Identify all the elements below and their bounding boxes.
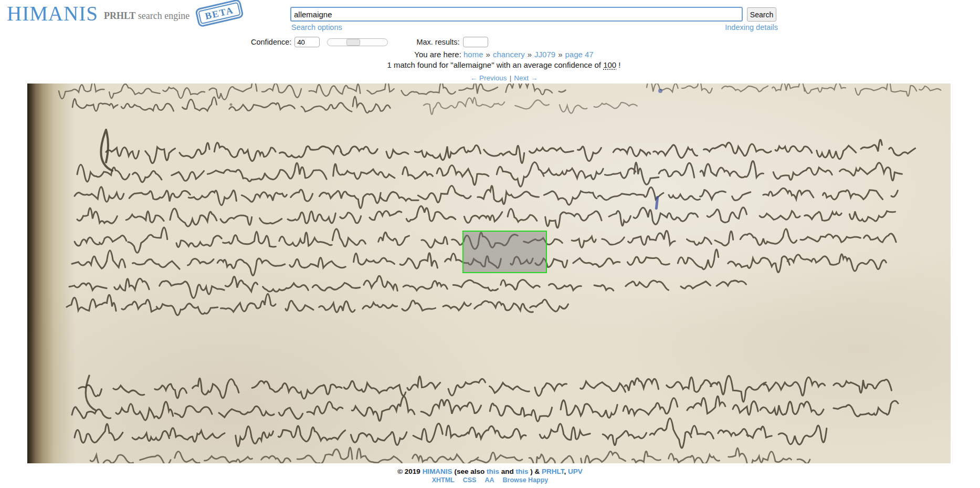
footer-css-link[interactable]: CSS xyxy=(463,476,477,484)
max-results-input[interactable] xyxy=(463,37,488,47)
manuscript-page-image[interactable] xyxy=(27,84,951,463)
breadcrumb-separator: » xyxy=(528,50,532,59)
breadcrumb: You are here: home»chancery»JJ079»page 4… xyxy=(226,50,782,59)
next-match-link[interactable]: Next → xyxy=(514,74,538,82)
previous-match-link[interactable]: ← Previous xyxy=(470,74,507,82)
breadcrumb-separator: » xyxy=(486,50,490,59)
match-confidence-value: 100 xyxy=(603,60,616,69)
footer-and: and xyxy=(501,468,514,475)
search-input[interactable] xyxy=(290,7,743,22)
search-controls: Confidence: Max. results: xyxy=(251,36,488,48)
match-result-before: 1 match found for "allemaigne" with an a… xyxy=(387,60,603,69)
pagination-separator: | xyxy=(510,74,512,82)
footer-comma: , xyxy=(564,468,566,475)
confidence-slider[interactable] xyxy=(327,38,388,46)
indexing-details-link[interactable]: Indexing details xyxy=(719,23,778,32)
footer-this-link-2[interactable]: this xyxy=(516,468,529,475)
match-result-text: 1 match found for "allemaigne" with an a… xyxy=(226,60,782,69)
breadcrumb-separator: » xyxy=(558,50,562,59)
confidence-label: Confidence: xyxy=(251,38,291,46)
match-highlight-box[interactable] xyxy=(462,231,547,273)
app-subtitle-prhlt: PRHLT xyxy=(104,11,135,21)
breadcrumb-home[interactable]: home xyxy=(463,50,483,59)
footer-prhlt-link[interactable]: PRHLT xyxy=(542,468,564,475)
app-subtitle-rest: search engine xyxy=(135,11,189,21)
beta-stamp-badge: BETA xyxy=(195,0,244,27)
footer-copyright: © 2019 HIMANIS (see also this and this )… xyxy=(0,468,980,475)
match-pagination: ← Previous|Next → xyxy=(226,74,782,82)
footer-himanis-link[interactable]: HIMANIS xyxy=(423,468,452,475)
breadcrumb-prefix: You are here: xyxy=(414,50,461,59)
page: HIMANIS PRHLT search engine BETA Search … xyxy=(0,0,980,488)
search-button[interactable]: Search xyxy=(747,7,776,22)
confidence-input[interactable] xyxy=(294,37,320,47)
footer-standards-links: XHTMLCSSAABrowse Happy xyxy=(0,476,980,484)
max-results-label: Max. results: xyxy=(416,38,459,46)
breadcrumb-jj079[interactable]: JJ079 xyxy=(534,50,555,59)
footer-browse-happy-link[interactable]: Browse Happy xyxy=(502,476,548,484)
footer-this-link-1[interactable]: this xyxy=(487,468,499,475)
footer-copyright-prefix: © 2019 xyxy=(397,468,420,475)
breadcrumb-page-47[interactable]: page 47 xyxy=(565,50,593,59)
search-options-link[interactable]: Search options xyxy=(291,23,342,32)
app-subtitle: PRHLT search engine xyxy=(104,11,189,22)
footer-upv-link[interactable]: UPV xyxy=(568,468,583,475)
footer-aa-link[interactable]: AA xyxy=(484,476,494,484)
app-logo: HIMANIS xyxy=(7,2,98,25)
footer-amp: ) & xyxy=(530,468,540,475)
footer-see-also: (see also xyxy=(454,468,484,475)
beta-stamp-label: BETA xyxy=(198,2,241,25)
breadcrumb-chancery[interactable]: chancery xyxy=(493,50,525,59)
match-result-after: ! xyxy=(616,60,620,69)
footer-xhtml-link[interactable]: XHTML xyxy=(432,476,455,484)
handwriting-strokes xyxy=(27,84,951,463)
